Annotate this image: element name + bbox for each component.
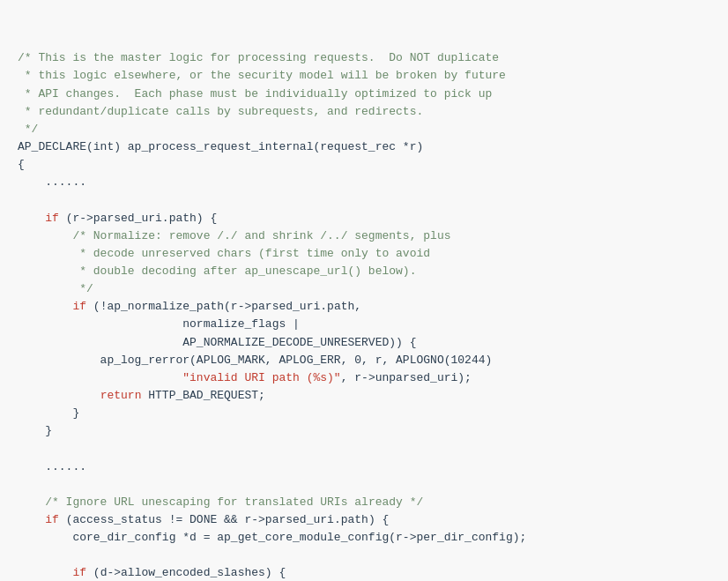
code-line: ap_log_rerror(APLOG_MARK, APLOG_ERR, 0, … — [18, 352, 710, 369]
code-line: /* Ignore URL unescaping for translated … — [18, 494, 710, 511]
code-comment: */ — [18, 282, 93, 295]
code-line: * this logic elsewhere, or the security … — [18, 67, 710, 85]
code-comment: * double decoding after ap_unescape_url(… — [18, 264, 416, 278]
code-comment: */ — [18, 123, 38, 136]
code-line: * API changes. Each phase must be indivi… — [18, 86, 710, 103]
code-line: "invalid URI path (%s)", r->unparsed_uri… — [18, 369, 710, 387]
code-line: normalize_flags | — [18, 316, 710, 333]
code-keyword: if — [72, 300, 86, 313]
code-keyword: if — [72, 566, 86, 579]
code-normal: (!ap_normalize_path(r->parsed_uri.path, — [86, 300, 361, 313]
code-line: /* Normalize: remove /./ and shrink /../… — [18, 227, 710, 245]
code-keyword: if — [45, 212, 59, 225]
code-normal: (r->parsed_uri.path) { — [59, 212, 217, 225]
code-keyword: if — [45, 513, 59, 526]
code-comment: /* This is the master logic for processi… — [18, 51, 499, 64]
code-line: core_dir_config *d = ap_get_core_module_… — [18, 529, 710, 547]
code-line: */ — [18, 121, 710, 138]
code-line: AP_DECLARE(int) ap_process_request_inter… — [18, 138, 710, 156]
code-normal: (d->allow_encoded_slashes) { — [86, 566, 286, 579]
code-comment: * decode unreserved chars (first time on… — [18, 247, 430, 260]
code-comment: URIs already */ — [313, 495, 423, 509]
code-string: "invalid URI path (%s)" — [182, 371, 340, 384]
code-normal: ap_log_rerror(APLOG_MARK, APLOG_ERR, 0, … — [18, 354, 492, 367]
code-line: if (!ap_normalize_path(r->parsed_uri.pat… — [18, 298, 710, 316]
code-line: { — [18, 156, 710, 174]
code-line: */ — [18, 280, 710, 298]
code-container: /* This is the master logic for processi… — [0, 0, 728, 581]
code-line: * decode unreserved chars (first time on… — [18, 245, 710, 263]
code-line: } — [18, 405, 710, 422]
code-line: ...... — [18, 458, 710, 476]
code-normal: } — [18, 406, 79, 420]
code-normal: , r->unparsed_uri); — [341, 371, 472, 384]
code-line — [18, 547, 710, 564]
code-line — [18, 476, 710, 494]
code-normal: ...... — [18, 175, 86, 189]
code-line: if (r->parsed_uri.path) { — [18, 210, 710, 227]
code-comment: * API changes. Each phase must be indivi… — [18, 87, 492, 101]
code-line: * redundant/duplicate calls by subreques… — [18, 103, 710, 121]
code-normal: AP_DECLARE(int) ap_process_request_inter… — [18, 140, 423, 153]
code-comment: * redundant/duplicate calls by subreques… — [18, 105, 423, 118]
code-line: return HTTP_BAD_REQUEST; — [18, 387, 710, 405]
code-line — [18, 191, 710, 209]
code-normal: ...... — [18, 460, 86, 473]
code-line: ...... — [18, 174, 710, 191]
code-normal: HTTP_BAD_REQUEST; — [141, 389, 264, 402]
code-normal — [18, 300, 72, 313]
code-normal — [18, 566, 72, 579]
code-normal: core_dir_config *d = ap_get_core_module_… — [18, 531, 526, 544]
code-comment: * this logic elsewhere, or the security … — [18, 69, 506, 82]
code-normal — [18, 513, 45, 526]
code-line: if (access_status != DONE && r->parsed_u… — [18, 511, 710, 529]
code-line: if (d->allow_encoded_slashes) { — [18, 564, 710, 581]
code-block: /* This is the master logic for processi… — [18, 14, 710, 581]
code-normal — [18, 371, 182, 384]
code-keyword: return — [100, 389, 142, 402]
code-comment: /* Ignore URL unescaping for — [18, 495, 244, 509]
code-comment: translated — [244, 495, 313, 509]
code-normal: AP_NORMALIZE_DECODE_UNRESERVED)) { — [18, 336, 416, 349]
code-normal — [18, 212, 45, 225]
code-normal: normalize_flags | — [18, 317, 300, 331]
code-normal: } — [18, 424, 52, 437]
code-line: } — [18, 422, 710, 440]
code-comment: /* Normalize: remove /./ and shrink /../… — [18, 229, 450, 242]
code-line: * double decoding after ap_unescape_url(… — [18, 263, 710, 280]
code-normal — [18, 389, 100, 402]
code-normal: { — [18, 158, 25, 171]
code-line — [18, 440, 710, 458]
code-normal: (access_status != DONE && r->parsed_uri.… — [59, 513, 389, 526]
code-line: AP_NORMALIZE_DECODE_UNRESERVED)) { — [18, 334, 710, 352]
code-line: /* This is the master logic for processi… — [18, 49, 710, 67]
